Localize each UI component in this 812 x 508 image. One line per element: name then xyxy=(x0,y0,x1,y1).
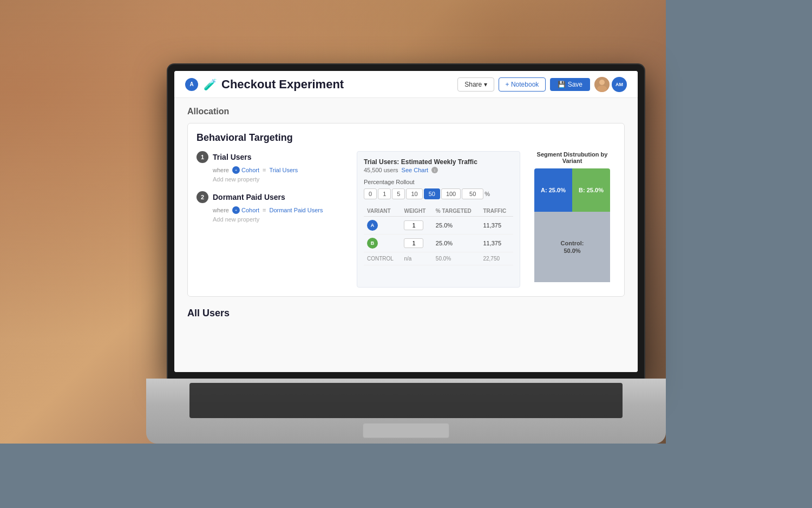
segment-item-1: 1 Trial Users where + Cohort xyxy=(197,151,348,183)
pct-targeted-b: 25.0% xyxy=(433,235,480,252)
chart-panel: Segment Distrubution by Variant A: 25.0%… xyxy=(529,151,615,288)
save-button[interactable]: 💾 Save xyxy=(550,78,590,91)
traffic-control: 22,750 xyxy=(480,252,513,265)
rollout-percent-input[interactable] xyxy=(462,188,483,199)
avatar-group: AM xyxy=(594,77,627,92)
cohort-badge-1[interactable]: + Cohort xyxy=(232,166,259,174)
segment-name-1: Trial Users xyxy=(213,153,252,161)
notebook-button[interactable]: + Notebook xyxy=(499,77,546,92)
variant-badge-a: A xyxy=(367,220,378,231)
app-header: A 🧪 Checkout Experiment Share ▾ + Notebo… xyxy=(174,71,638,98)
bar-segment-top: A: 25.0% B: 25.0% xyxy=(534,168,610,212)
traffic-panel: Trial Users: Estimated Weekly Traffic 45… xyxy=(357,151,520,288)
svg-point-1 xyxy=(599,80,605,85)
segment-number-1: 1 xyxy=(197,151,208,163)
rollout-btn-10[interactable]: 10 xyxy=(406,188,422,199)
cohort-value-2: Dormant Paid Users xyxy=(269,207,323,213)
header-left: A 🧪 Checkout Experiment xyxy=(185,77,344,92)
equals-2: = xyxy=(263,207,266,213)
trackpad xyxy=(363,423,449,438)
weight-a-input[interactable] xyxy=(404,220,423,230)
table-row-b: B 25.0% 11,375 xyxy=(364,235,513,252)
weight-a-cell xyxy=(401,217,432,235)
laptop-keyboard xyxy=(146,379,666,444)
weight-b-cell xyxy=(401,235,432,252)
app-content: Allocation Behavioral Targeting 1 Tri xyxy=(174,98,638,372)
card-inner: 1 Trial Users where + Cohort xyxy=(197,151,615,288)
col-traffic: Traffic xyxy=(480,206,513,217)
pct-targeted-a: 25.0% xyxy=(433,217,480,235)
col-variant: Variant xyxy=(364,206,401,217)
pct-targeted-control: 50.0% xyxy=(433,252,480,265)
weight-control-cell: n/a xyxy=(401,252,432,265)
add-property-2[interactable]: Add new property xyxy=(197,216,348,223)
where-label-1: where xyxy=(213,167,229,173)
bar-a: A: 25.0% xyxy=(534,168,572,212)
page-title: 🧪 Checkout Experiment xyxy=(204,77,344,92)
col-weight: Weight xyxy=(401,206,432,217)
add-property-1[interactable]: Add new property xyxy=(197,176,348,183)
behavioral-targeting-card: Behavioral Targeting 1 Trial Users xyxy=(187,123,625,297)
share-button[interactable]: Share ▾ xyxy=(457,77,494,92)
app-logo: A xyxy=(185,78,198,91)
rollout-btn-100[interactable]: 100 xyxy=(441,188,461,199)
all-users-title: All Users xyxy=(187,303,625,319)
segment-number-2: 2 xyxy=(197,191,208,203)
equals-1: = xyxy=(263,167,266,173)
targeting-section: 1 Trial Users where + Cohort xyxy=(197,151,348,288)
segment-item-2: 2 Dormant Paid Users where + Cohort xyxy=(197,191,348,223)
table-row-a: A 25.0% 11,375 xyxy=(364,217,513,235)
traffic-table: Variant Weight % Targeted Traffic xyxy=(364,206,513,265)
variant-b-cell: B xyxy=(364,235,401,252)
chart-title: Segment Distrubution by Variant xyxy=(529,151,615,164)
cohort-value-1: Trial Users xyxy=(269,167,298,173)
segment-where-1: where + Cohort = Trial Users xyxy=(197,166,348,174)
traffic-a: 11,375 xyxy=(480,217,513,235)
traffic-header: Trial Users: Estimated Weekly Traffic xyxy=(364,158,513,166)
variant-a-cell: A xyxy=(364,217,401,235)
weight-b-input[interactable] xyxy=(404,238,423,248)
segment-header-1: 1 Trial Users xyxy=(197,151,348,163)
rollout-btn-0[interactable]: 0 xyxy=(364,188,377,199)
cohort-icon-1: + xyxy=(232,166,240,174)
segment-where-2: where + Cohort = Dormant Paid Users xyxy=(197,206,348,214)
bar-control: Control: 50.0% xyxy=(534,212,610,282)
stacked-bar: A: 25.0% B: 25.0% Control: 50.0% xyxy=(534,168,610,288)
cohort-icon-2: + xyxy=(232,206,240,214)
flask-icon: 🧪 xyxy=(204,78,217,91)
svg-point-2 xyxy=(597,86,607,92)
rollout-btn-50[interactable]: 50 xyxy=(424,188,440,199)
percent-symbol: % xyxy=(484,191,490,197)
user-count: 45,500 users xyxy=(364,167,398,173)
variant-control-cell: CONTROL xyxy=(364,252,401,265)
traffic-b: 11,375 xyxy=(480,235,513,252)
traffic-subtext: 45,500 users See Chart i xyxy=(364,167,513,173)
allocation-section-title: Allocation xyxy=(187,107,625,116)
variant-badge-b: B xyxy=(367,238,378,249)
avatar-photo xyxy=(594,77,610,92)
segment-name-2: Dormant Paid Users xyxy=(213,193,285,201)
header-right: Share ▾ + Notebook 💾 Save A xyxy=(457,77,627,92)
table-row-control: CONTROL n/a 50.0% 22,750 xyxy=(364,252,513,265)
percentage-rollout-label: Percentage Rollout xyxy=(364,179,513,185)
bar-b: B: 25.0% xyxy=(572,168,610,212)
segment-header-2: 2 Dormant Paid Users xyxy=(197,191,348,203)
rollout-btn-1[interactable]: 1 xyxy=(378,188,391,199)
cohort-badge-2[interactable]: + Cohort xyxy=(232,206,259,214)
avatar-initials: AM xyxy=(612,77,627,92)
rollout-btn-5[interactable]: 5 xyxy=(392,188,405,199)
col-pct-targeted: % Targeted xyxy=(433,206,480,217)
behavioral-targeting-title: Behavioral Targeting xyxy=(197,132,615,144)
see-chart-link[interactable]: See Chart xyxy=(402,167,429,173)
where-label-2: where xyxy=(213,207,229,213)
rollout-buttons: 0 1 5 10 50 100 % xyxy=(364,188,513,199)
info-icon[interactable]: i xyxy=(431,167,438,173)
